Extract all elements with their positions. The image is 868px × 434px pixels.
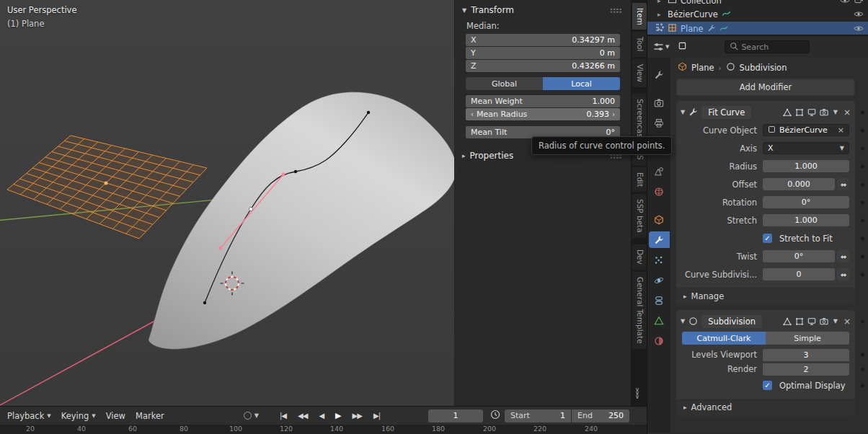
edit-mode-toggle-icon[interactable]: [794, 107, 805, 118]
clock-icon[interactable]: [490, 409, 500, 422]
control-point[interactable]: [367, 111, 370, 114]
fit-curve-header[interactable]: ▼ Fit Curve ▼ ×: [681, 103, 851, 121]
timeline-ruler[interactable]: 20 40 60 80 100 120 140 160 180 200 220 …: [0, 425, 647, 434]
catmull-clark-button[interactable]: Catmull-Clark: [682, 332, 766, 345]
clear-object-icon[interactable]: ×: [838, 125, 844, 135]
chevron-down-icon[interactable]: ▼: [681, 109, 685, 115]
realtime-toggle-icon[interactable]: [806, 316, 818, 327]
stretch-to-fit-checkbox[interactable]: ✓: [763, 234, 772, 243]
start-frame-field[interactable]: Start 1: [505, 409, 571, 422]
hidden-panels-indicator[interactable]: ∨∨∨: [635, 388, 639, 399]
keyframe-insert-icon[interactable]: ◆◆: [837, 250, 849, 262]
sidebar-tab-general-template[interactable]: General Template: [632, 272, 647, 349]
search-input[interactable]: [741, 43, 805, 52]
properties-search[interactable]: [725, 40, 810, 53]
previous-keyframe-button[interactable]: ◀◀: [293, 410, 312, 421]
close-icon[interactable]: ×: [843, 107, 851, 118]
eye-icon[interactable]: [840, 0, 850, 6]
advanced-subpanel-header[interactable]: ▸ Advanced: [676, 399, 855, 416]
tab-output[interactable]: [649, 115, 670, 131]
disclosure-icon[interactable]: ▸: [657, 0, 664, 4]
properties-editor-type-button[interactable]: ▼: [653, 42, 669, 52]
twist-field[interactable]: 0°: [763, 250, 835, 262]
deformed-surface[interactable]: [149, 92, 456, 349]
control-point[interactable]: [203, 301, 206, 304]
auto-keyframe-button[interactable]: ▼: [244, 412, 259, 420]
optimal-display-checkbox[interactable]: ✓: [763, 381, 772, 390]
stretch-field[interactable]: 1.000: [763, 214, 849, 226]
fit-curve-name-field[interactable]: Fit Curve: [701, 106, 751, 119]
menu-keying[interactable]: Keying ▼: [61, 411, 96, 421]
jump-to-end-button[interactable]: ▶|: [368, 410, 385, 421]
breadcrumb-modifier[interactable]: Subdivision: [740, 63, 787, 73]
extras-dropdown-icon[interactable]: ▼: [833, 109, 838, 115]
outliner-row-plane[interactable]: ▸ Plane: [647, 22, 868, 36]
menu-marker[interactable]: Marker: [136, 411, 164, 421]
sidebar-tab-view[interactable]: View: [632, 59, 647, 87]
selected-plane-grid[interactable]: [7, 136, 207, 239]
camera-visibility-icon[interactable]: [854, 0, 864, 6]
control-point[interactable]: [294, 170, 297, 173]
median-z-field[interactable]: Z 0.43266 m: [466, 60, 620, 72]
breadcrumb-object[interactable]: Plane: [691, 63, 714, 73]
subdivision-header[interactable]: ▼ Subdivision ▼ ×: [681, 312, 851, 330]
disclosure-icon[interactable]: ▸: [657, 11, 664, 18]
tab-object[interactable]: [649, 211, 670, 228]
simple-button[interactable]: Simple: [766, 332, 849, 345]
close-icon[interactable]: ×: [843, 316, 851, 327]
median-y-field[interactable]: Y 0 m: [466, 47, 620, 59]
chevron-down-icon[interactable]: ▼: [681, 318, 685, 324]
menu-view[interactable]: View: [106, 411, 125, 421]
mean-radius-field[interactable]: ‹ Mean Radius 0.393 ›: [466, 108, 620, 120]
keyframe-insert-icon[interactable]: ◆◆: [837, 178, 849, 190]
render-toggle-icon[interactable]: [818, 107, 830, 118]
local-button[interactable]: Local: [543, 77, 620, 90]
tab-particles[interactable]: [649, 252, 670, 268]
tab-scene[interactable]: [649, 163, 670, 180]
tab-object-data[interactable]: [649, 312, 670, 329]
decrement-arrow-icon[interactable]: ‹: [471, 111, 474, 118]
menu-playback[interactable]: Playback ▼: [7, 411, 51, 421]
realtime-toggle-icon[interactable]: [806, 107, 818, 118]
outliner-editor-type-button[interactable]: [652, 21, 668, 34]
play-reverse-button[interactable]: ◀: [314, 410, 329, 421]
sidebar-tab-item[interactable]: Item: [632, 3, 647, 30]
render-levels-field[interactable]: 2: [763, 363, 849, 376]
tab-physics[interactable]: [649, 272, 670, 288]
on-cage-toggle-icon[interactable]: [781, 316, 793, 327]
sidebar-tab-ssp-beta[interactable]: SSP beta: [632, 194, 647, 238]
mean-weight-field[interactable]: Mean Weight 1.000: [466, 95, 620, 107]
rotation-field[interactable]: 0°: [763, 196, 849, 208]
next-keyframe-button[interactable]: ▶▶: [347, 410, 367, 421]
axis-dropdown[interactable]: X ▼: [763, 142, 849, 154]
tab-render[interactable]: [649, 94, 670, 111]
tab-world[interactable]: [649, 183, 670, 200]
levels-viewport-field[interactable]: 3: [763, 349, 849, 361]
global-button[interactable]: Global: [466, 77, 543, 90]
edit-mode-toggle-icon[interactable]: [794, 316, 805, 327]
sidebar-tab-dev[interactable]: Dev: [632, 244, 647, 270]
3d-viewport[interactable]: User Perspective (1) Plane ▼ Transform M…: [0, 0, 631, 406]
eye-icon[interactable]: [854, 9, 864, 19]
play-button[interactable]: ▶: [330, 409, 345, 422]
current-frame-field[interactable]: 1: [428, 409, 483, 422]
sidebar-tab-edit[interactable]: Edit: [632, 167, 647, 192]
tab-tool[interactable]: [649, 66, 670, 83]
manage-subpanel-header[interactable]: ▸ Manage: [676, 288, 855, 305]
eye-icon[interactable]: [854, 24, 864, 34]
transform-panel-header[interactable]: ▼ Transform: [455, 0, 631, 19]
sidebar-tab-tool[interactable]: Tool: [632, 32, 647, 56]
jump-to-start-button[interactable]: |◀: [275, 410, 291, 421]
curve-subdivisions-field[interactable]: 0: [763, 268, 835, 280]
keyframe-insert-icon[interactable]: ◆◆: [837, 268, 849, 280]
tab-constraints[interactable]: [649, 292, 670, 309]
radius-field[interactable]: 1.000: [763, 160, 849, 172]
drag-grip-icon[interactable]: [610, 8, 622, 13]
offset-field[interactable]: 0.000: [763, 178, 835, 190]
on-cage-toggle-icon[interactable]: [781, 107, 793, 118]
increment-arrow-icon[interactable]: ›: [612, 111, 615, 118]
outliner-row-collection[interactable]: ▸ Collection: [647, 0, 868, 7]
median-x-field[interactable]: X 0.34297 m: [466, 34, 620, 46]
render-toggle-icon[interactable]: [818, 316, 830, 327]
end-frame-field[interactable]: End 250: [572, 409, 629, 422]
